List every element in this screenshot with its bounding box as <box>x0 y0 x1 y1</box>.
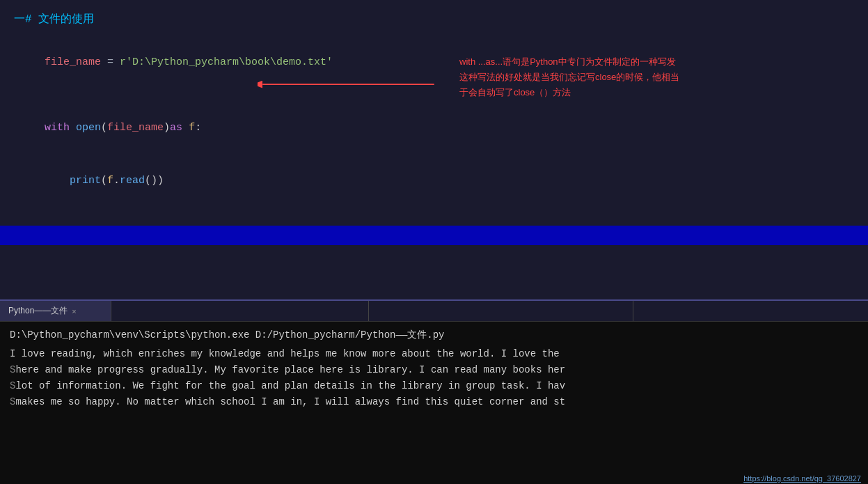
tab-remainder <box>633 301 868 321</box>
tab-section-2 <box>369 301 633 321</box>
code-line-3: print(f.read()) <box>0 155 868 208</box>
code-text-2: with open(file_name)as f: <box>7 103 201 153</box>
annotation-box: with ...as...语句是Python中专门为文件制定的一种写发 这种写法… <box>459 54 679 100</box>
tab-bar: Python——文件 × <box>0 301 868 322</box>
code-line-2: with open(file_name)as f: <box>0 102 868 155</box>
terminal-output-line2: Shere and make progress gradually. My fa… <box>10 362 858 378</box>
bottom-panel: Python——文件 × D:\Python_pycharm\venv\Scri… <box>0 299 868 484</box>
url-bar: https://blog.csdn.net/qq_37602827 <box>743 474 861 483</box>
annotation-line1: with ...as...语句是Python中专门为文件制定的一种写发 <box>459 54 679 70</box>
highlight-bar <box>0 226 868 245</box>
terminal-output-line1: I love reading, which enriches my knowle… <box>10 346 858 362</box>
code-text-3: print(f.read()) <box>7 156 164 206</box>
tab-section-1 <box>111 301 369 321</box>
terminal-cmd: D:\Python_pycharm\venv\Scripts\python.ex… <box>10 327 858 343</box>
tab-close-button[interactable]: × <box>72 307 76 315</box>
tab-label: Python——文件 <box>8 305 68 317</box>
annotation-line2: 这种写法的好处就是当我们忘记写close的时候，他相当 <box>459 70 679 85</box>
terminal-output-line3: Slot of information. We fight for the go… <box>10 378 858 394</box>
tab-python-file[interactable]: Python——文件 × <box>0 301 111 321</box>
section-title: 一# 文件的使用 <box>7 8 101 35</box>
annotation-line3: 于会自动写了close（）方法 <box>459 85 679 100</box>
section-title-line: 一# 文件的使用 <box>0 7 868 36</box>
arrow-svg <box>258 75 459 95</box>
terminal-output: D:\Python_pycharm\venv\Scripts\python.ex… <box>0 322 868 416</box>
editor-area: 一# 文件的使用 file_name = r'D:\Python_pycharm… <box>0 0 868 299</box>
terminal-output-line4: Smakes me so happy. No matter which scho… <box>10 394 858 410</box>
